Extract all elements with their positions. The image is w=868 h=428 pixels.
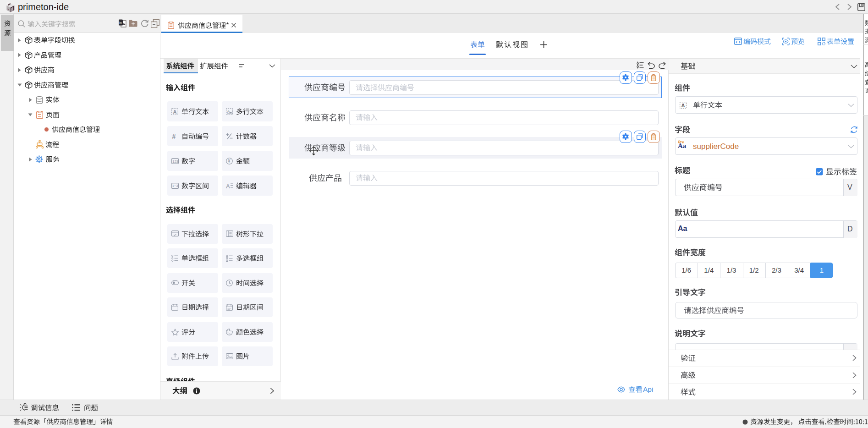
svg-text:123: 123	[172, 159, 179, 163]
svg-text:A: A	[681, 103, 685, 108]
svg-text:in: in	[119, 21, 122, 24]
svg-text:A: A	[227, 109, 230, 114]
svg-text:A: A	[226, 183, 230, 189]
svg-text:A: A	[173, 109, 176, 114]
svg-text:¥: ¥	[227, 159, 231, 164]
svg-text:#: #	[172, 133, 176, 140]
svg-text:1~3: 1~3	[172, 184, 178, 188]
